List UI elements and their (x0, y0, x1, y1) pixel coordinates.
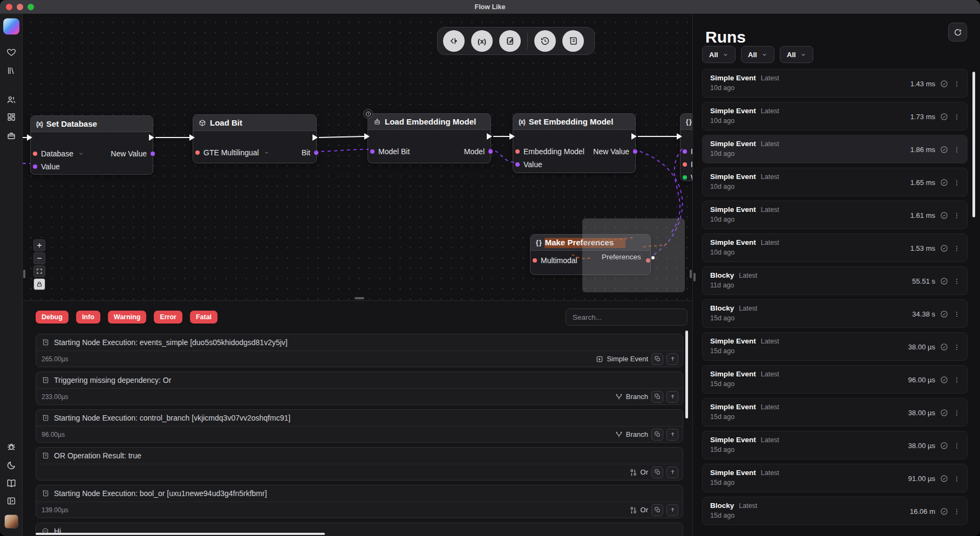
panel-resize-grip[interactable] (690, 270, 692, 278)
more-options-button[interactable] (953, 278, 961, 285)
variables-button[interactable]: (x) (471, 30, 493, 52)
node-partial-right[interactable]: { } Pr Re W (680, 113, 692, 181)
open-button[interactable] (666, 391, 678, 403)
runs-filter-dropdown[interactable]: All (741, 46, 774, 63)
run-item[interactable]: Blocky Latest 11d ago 55.51 s (702, 266, 968, 295)
node-set-database[interactable]: (x) Set Database Database New Value Valu… (30, 115, 153, 175)
more-options-button[interactable] (953, 113, 961, 121)
log-entry[interactable]: Starting Node Execution: events_simple [… (36, 334, 683, 367)
user-avatar[interactable] (4, 514, 18, 528)
pin-new-value[interactable]: New Value (111, 149, 148, 158)
run-item[interactable]: Simple Event Latest 10d ago 1.53 ms (702, 233, 968, 262)
open-button[interactable] (666, 429, 678, 441)
run-item[interactable]: Simple Event Latest 10d ago 1.73 ms (702, 102, 968, 130)
events-button[interactable] (443, 30, 465, 52)
pin-gte-multilingual[interactable]: GTE Multilingual (198, 148, 269, 157)
run-item[interactable]: Simple Event Latest 10d ago 1.86 ms (702, 135, 968, 163)
moon-icon[interactable] (6, 461, 16, 470)
pin-preferences[interactable]: Pr (685, 147, 692, 156)
run-item[interactable]: Blocky Latest 15d ago 34.38 s (702, 299, 968, 328)
run-item[interactable]: Blocky Latest 15d ago 16.06 m (702, 497, 968, 525)
library-icon[interactable] (6, 66, 16, 75)
runs-filter-dropdown[interactable]: All (780, 46, 813, 63)
pin-embedding-model[interactable]: Embedding Model (518, 147, 584, 156)
app-logo-icon[interactable] (3, 18, 19, 35)
lock-button[interactable] (33, 278, 45, 290)
pin-database[interactable]: Database (35, 149, 84, 158)
more-options-button[interactable] (953, 245, 961, 252)
notes-button[interactable] (499, 30, 521, 52)
copy-button[interactable] (651, 504, 663, 516)
filter-error[interactable]: Error (154, 311, 182, 324)
pin-model-bit[interactable]: Model Bit (372, 147, 410, 156)
more-options-button[interactable] (953, 376, 961, 384)
runs-filter-dropdown[interactable]: All (702, 46, 736, 63)
heart-icon[interactable] (6, 47, 16, 57)
more-options-button[interactable] (953, 311, 961, 318)
run-item[interactable]: Simple Event Latest 15d ago 96.00 µs (702, 365, 968, 394)
panel-left-icon[interactable] (6, 496, 16, 506)
bug-icon[interactable] (6, 442, 16, 452)
run-item[interactable]: Simple Event Latest 15d ago 38.00 µs (702, 398, 968, 427)
fit-view-button[interactable] (33, 265, 45, 277)
panel-resize-grip[interactable] (23, 270, 25, 278)
log-horizontal-scrollbar[interactable] (36, 533, 325, 535)
more-options-button[interactable] (953, 475, 961, 483)
pin-value[interactable]: Value (35, 162, 60, 171)
log-entry[interactable]: Starting Node Execution: control_branch … (36, 409, 683, 443)
store-icon[interactable] (6, 131, 16, 141)
pin-multimodal[interactable]: Multimodal (535, 256, 577, 265)
open-button[interactable] (666, 466, 678, 478)
node-set-embedding-model[interactable]: (x) Set Embedding Model Embedding Model … (513, 113, 636, 173)
more-options-button[interactable] (953, 212, 961, 219)
log-search-input[interactable] (566, 308, 688, 326)
filter-debug[interactable]: Debug (36, 311, 69, 324)
history-button[interactable] (534, 30, 556, 52)
log-entry[interactable]: Starting Node Execution: bool_or [uxu1ne… (36, 485, 683, 518)
log-entry[interactable]: OR Operation Result: true Or (36, 447, 683, 480)
log-scroll-button[interactable] (562, 30, 584, 52)
log-panel-resize-grip[interactable] (355, 297, 364, 299)
runs-vertical-scrollbar[interactable] (972, 72, 975, 217)
run-item[interactable]: Simple Event Latest 15d ago 38.00 µs (702, 332, 968, 361)
pin-new-value[interactable]: New Value (593, 147, 631, 156)
users-icon[interactable] (6, 95, 16, 105)
more-options-button[interactable] (953, 343, 961, 351)
log-entry[interactable]: Triggering missing dependency: Or 233.00… (36, 372, 683, 405)
filter-fatal[interactable]: Fatal (190, 311, 217, 324)
run-item[interactable]: Simple Event Latest 10d ago 1.65 ms (702, 168, 968, 196)
filter-info[interactable]: Info (76, 311, 100, 324)
pin-value[interactable]: Value (518, 160, 542, 169)
pin-model[interactable]: Model (464, 147, 486, 156)
more-options-button[interactable] (953, 80, 961, 88)
layout-grid-icon[interactable] (6, 112, 16, 122)
run-item[interactable]: Simple Event Latest 15d ago 38.00 µs (702, 431, 968, 459)
pin-bit[interactable]: Bit (302, 148, 312, 157)
copy-button[interactable] (651, 353, 663, 365)
more-options-button[interactable] (953, 409, 961, 417)
copy-button[interactable] (651, 466, 663, 478)
pin-w[interactable]: W (685, 173, 692, 181)
run-item[interactable]: Simple Event Latest 15d ago 91.00 µs (702, 464, 968, 492)
more-options-button[interactable] (953, 179, 961, 187)
runs-panel-resize-grip[interactable] (693, 273, 696, 281)
run-item[interactable]: Simple Event Latest 10d ago 1.61 ms (702, 201, 968, 229)
zoom-out-button[interactable] (33, 252, 45, 264)
filter-warning[interactable]: Warning (108, 311, 147, 324)
node-load-bit[interactable]: Load Bit GTE Multilingual Bit (193, 114, 317, 163)
refresh-button[interactable] (948, 23, 967, 42)
flow-canvas[interactable]: (x) Set Database Database New Value Valu… (23, 14, 692, 300)
open-button[interactable] (666, 353, 678, 365)
more-options-button[interactable] (953, 146, 961, 154)
copy-button[interactable] (651, 391, 663, 403)
more-options-button[interactable] (953, 508, 961, 516)
more-options-button[interactable] (953, 442, 961, 450)
pin-request[interactable]: Re (685, 160, 692, 169)
open-button[interactable] (666, 504, 678, 516)
run-item[interactable]: Simple Event Latest 10d ago 1.43 ms (702, 69, 968, 98)
zoom-in-button[interactable] (33, 239, 45, 251)
book-open-icon[interactable] (6, 478, 16, 488)
log-vertical-scrollbar[interactable] (685, 331, 688, 418)
copy-button[interactable] (651, 429, 663, 441)
node-load-embedding-model[interactable]: Load Embedding Model Model Bit Model (368, 113, 491, 163)
